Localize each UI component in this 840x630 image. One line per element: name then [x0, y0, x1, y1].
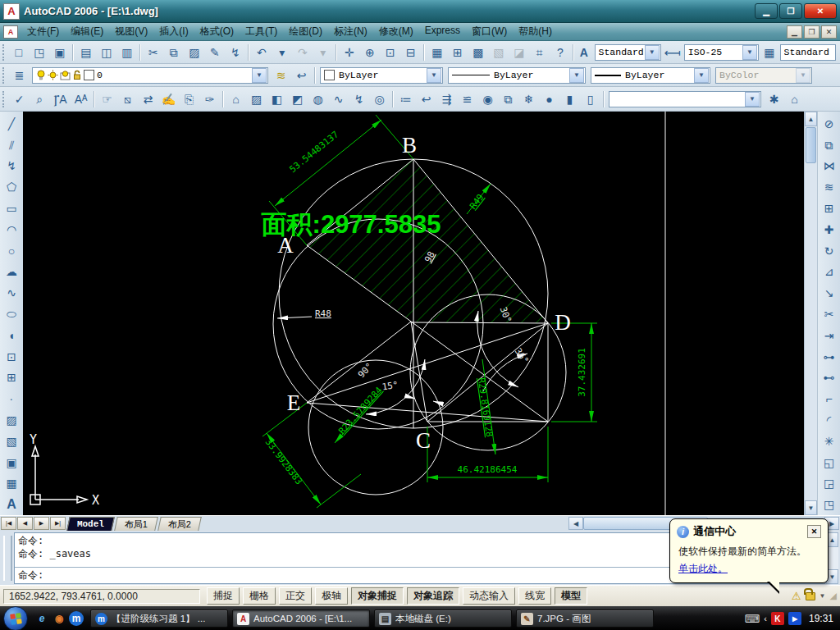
chevron-down-icon[interactable]: ▼ [742, 45, 757, 60]
model-space-drawing[interactable]: 53.54483137 R49 37.432691 46.42186454 33… [23, 112, 804, 515]
menu-item[interactable]: 绘图(D) [283, 23, 328, 40]
layer-isolate-button[interactable]: ◉ [477, 89, 498, 109]
storm-player-icon[interactable]: m [69, 611, 84, 626]
chevron-down-icon[interactable]: ▼ [569, 68, 584, 83]
menu-item[interactable]: 窗口(W) [466, 23, 513, 40]
gradient-button[interactable]: ▧ [1, 431, 22, 452]
mirror-button[interactable]: ⋈ [819, 156, 840, 177]
trim-button[interactable]: ✂ [819, 304, 840, 325]
find-replace-button[interactable]: ⌕ [30, 89, 50, 109]
tool-palettes-button[interactable]: ▩ [468, 43, 488, 62]
chevron-down-icon[interactable]: ▼ [252, 68, 267, 83]
group-objects-button[interactable]: ◎ [369, 89, 390, 109]
redo-button[interactable]: ↷ [292, 43, 313, 62]
chevron-down-icon[interactable]: ▼ [745, 92, 760, 107]
undo-menu-button[interactable]: ▾ [272, 43, 292, 62]
rectangle-button[interactable]: ▭ [1, 198, 22, 219]
menu-item[interactable]: 插入(I) [153, 23, 194, 40]
explode-button[interactable]: ✳ [819, 431, 840, 452]
layer-walk-button[interactable]: ⇶ [436, 89, 457, 109]
draw-order-above-button[interactable]: ◳ [819, 494, 840, 515]
toolbar-lock-icon[interactable] [806, 592, 815, 600]
mdi-restore-button[interactable]: ❐ [804, 25, 819, 39]
ellipse-button[interactable]: ⬭ [1, 304, 22, 325]
break-at-point-button[interactable]: ⊶ [819, 346, 840, 368]
taskbar-task-button[interactable]: ✎7.JPG - 画图 [516, 609, 654, 628]
draw-order-back-button[interactable]: ◲ [819, 473, 840, 495]
multiline-text-button[interactable]: A [1, 494, 22, 515]
quick-select-button[interactable]: ☞ [97, 89, 117, 109]
tray-expand-icon[interactable]: ‹ [764, 614, 767, 623]
redo-menu-button[interactable]: ▾ [313, 43, 333, 62]
menu-item[interactable]: 编辑(E) [65, 23, 109, 40]
undo-button[interactable]: ↶ [251, 43, 272, 62]
layer-manager-button[interactable]: ≣ [9, 66, 30, 85]
image-adjust-button[interactable]: ◧ [267, 89, 287, 109]
scrollbar-thumb[interactable] [806, 127, 816, 163]
color-control-combo[interactable]: ByLayer ▼ [320, 67, 443, 84]
scroll-up-icon[interactable]: ▲ [805, 112, 817, 126]
mdi-minimize-button[interactable]: ▁ [787, 25, 802, 39]
text-style-manager-button[interactable]: ꞄA [50, 89, 71, 109]
zoom-previous-button[interactable]: ⊟ [400, 43, 421, 62]
taskbar-task-button[interactable]: ▤本地磁盘 (E:) [374, 609, 512, 628]
plot-preview-button[interactable]: ◫ [96, 43, 116, 62]
text-style-combo[interactable]: Standard ▼ [595, 44, 661, 61]
status-toggle-线宽[interactable]: 线宽 [518, 587, 551, 605]
balloon-close-button[interactable]: ✕ [807, 525, 821, 538]
table-button[interactable]: ▦ [1, 473, 22, 495]
layer-translate-button[interactable]: ⇄ [138, 89, 158, 109]
status-toggle-动态输入[interactable]: 动态输入 [463, 587, 515, 605]
last-tab-button[interactable]: ▶| [50, 517, 66, 530]
layout-tab-布局1[interactable]: 布局1 [114, 517, 158, 531]
erase-button[interactable]: ⊘ [819, 113, 840, 135]
arc-button[interactable]: ◠ [1, 219, 22, 240]
insert-block-button[interactable]: ⊡ [1, 346, 22, 368]
move-button[interactable]: ✚ [819, 219, 840, 240]
toolbar-grip[interactable] [2, 91, 7, 107]
polygon-button[interactable]: ⬠ [1, 176, 22, 198]
array-button[interactable]: ⊞ [819, 198, 840, 219]
markup-pen-button[interactable]: ✑ [199, 89, 220, 109]
chevron-down-icon[interactable]: ▼ [645, 45, 660, 60]
revision-cloud-button[interactable]: ☁ [1, 262, 22, 283]
workspace-combo[interactable]: ▼ [609, 91, 761, 107]
ellipse-arc-button[interactable]: ◖ [1, 325, 22, 346]
menu-item[interactable]: 工具(T) [240, 23, 283, 40]
internet-explorer-icon[interactable]: e [34, 611, 49, 626]
open-file-button[interactable]: ◳ [29, 43, 49, 62]
hatch-edit-button[interactable]: ▨ [246, 89, 267, 109]
block-editor-button[interactable]: ↯ [225, 43, 245, 62]
menu-item[interactable]: 文件(F) [21, 23, 65, 40]
chamfer-button[interactable]: ⌐ [819, 388, 840, 409]
linetype-control-combo[interactable]: ByLayer ▼ [448, 67, 586, 84]
fillet-button[interactable]: ◜ [819, 409, 840, 431]
menu-item[interactable]: 标注(N) [328, 23, 373, 40]
toolbar-grip[interactable] [2, 44, 6, 61]
unlock-layer-button[interactable]: ▯ [580, 89, 600, 109]
menu-item[interactable]: 格式(O) [194, 23, 240, 40]
markup-set-manager-button[interactable]: ◪ [509, 43, 529, 62]
table-style-button[interactable]: ▦ [761, 43, 778, 62]
offset-button[interactable]: ≋ [819, 176, 840, 198]
layer-states-button[interactable]: ≔ [395, 89, 416, 109]
drawing-canvas[interactable]: 53.54483137 R49 37.432691 46.42186454 33… [23, 112, 804, 515]
dim-style-combo[interactable]: ISO-25 ▼ [684, 44, 759, 61]
copy-button[interactable]: ⧉ [163, 43, 184, 62]
taskbar-task-button[interactable]: m【进阶级练习题 1】 ... [90, 609, 228, 628]
status-toggle-正交[interactable]: 正交 [279, 587, 312, 605]
hatch-button[interactable]: ▨ [1, 409, 22, 431]
polyline-button[interactable]: ↯ [1, 156, 22, 177]
region-button[interactable]: ▣ [1, 452, 22, 473]
layer-previous-button[interactable]: ↩ [291, 66, 312, 85]
mdi-close-button[interactable]: ✕ [821, 25, 837, 39]
freeze-layer-button[interactable]: ❄ [518, 89, 539, 109]
save-button[interactable]: ▣ [49, 43, 70, 62]
chevron-down-icon[interactable]: ▼ [427, 68, 441, 83]
spline-button[interactable]: ∿ [1, 282, 22, 304]
extend-button[interactable]: ⇥ [819, 325, 840, 346]
designcenter-button[interactable]: ⊞ [447, 43, 468, 62]
status-toggle-极轴[interactable]: 极轴 [315, 587, 348, 605]
scroll-left-icon[interactable]: ◀ [568, 517, 583, 530]
menu-item[interactable]: 修改(M) [373, 23, 419, 40]
